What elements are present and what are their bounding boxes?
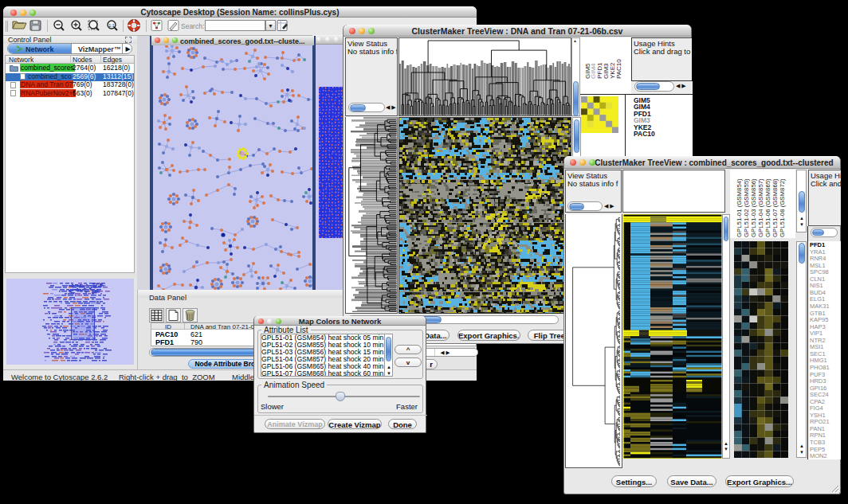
svg-text:1:1: 1:1 — [108, 23, 115, 28]
